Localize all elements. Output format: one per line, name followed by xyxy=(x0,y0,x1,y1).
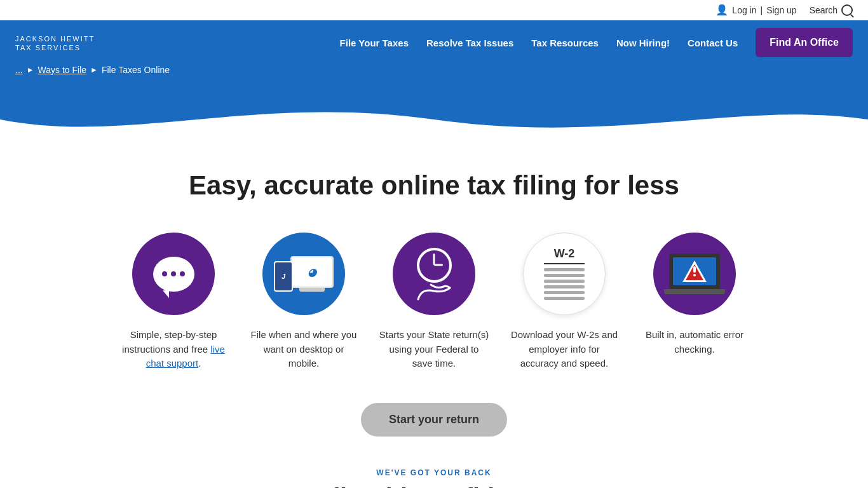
search-icon xyxy=(841,4,853,16)
feature-icon-clock xyxy=(393,233,475,315)
feature-text-time: Starts your State return(s) using your F… xyxy=(379,328,490,371)
person-icon: 👤 xyxy=(715,4,728,16)
feature-text-error: Built in, automatic error checking. xyxy=(639,328,750,356)
start-return-button[interactable]: Start your return xyxy=(361,403,507,437)
separator: | xyxy=(761,5,763,15)
auth-links: 👤 Log in | Sign up xyxy=(715,4,796,16)
feature-text-device: File when and where you want on desktop … xyxy=(248,328,360,371)
breadcrumb: ... ► Ways to File ► File Taxes Online xyxy=(0,58,868,81)
main-nav: File Your Taxes Resolve Tax Issues Tax R… xyxy=(340,28,853,57)
feature-error-check: Built in, automatic error checking. xyxy=(639,233,750,356)
phone-logo: J xyxy=(281,273,285,280)
monitor-logo: ◕ xyxy=(308,266,316,278)
find-office-button[interactable]: Find An Office xyxy=(756,28,853,57)
breadcrumb-separator-1: ► xyxy=(27,65,34,74)
laptop-screen xyxy=(673,257,716,285)
nav-now-hiring[interactable]: Now Hiring! xyxy=(616,37,670,48)
search-trigger[interactable]: Search xyxy=(810,4,853,16)
breadcrumb-ways[interactable]: Ways to File xyxy=(38,65,87,75)
feature-icon-w2: W-2 xyxy=(523,233,606,315)
logo-name: Jackson Hewitt TAX SERVICES xyxy=(15,35,95,51)
nav-contact-us[interactable]: Contact Us xyxy=(688,37,738,48)
clock-icon xyxy=(417,248,452,283)
feature-w2: W-2 Download your W-2s and employer info… xyxy=(509,233,620,371)
dot-2 xyxy=(171,271,176,276)
laptop-top xyxy=(669,254,720,289)
feature-live-chat: Simple, step-by-step instructions and fr… xyxy=(118,233,229,371)
w2-label: W-2 xyxy=(544,247,585,264)
nav-file-taxes[interactable]: File Your Taxes xyxy=(340,37,409,48)
nav-tax-resources[interactable]: Tax Resources xyxy=(531,37,599,48)
breadcrumb-current: File Taxes Online xyxy=(102,65,170,75)
signup-link[interactable]: Sign up xyxy=(766,5,796,15)
main-content: Easy, accurate online tax filing for les… xyxy=(0,145,868,488)
live-chat-link[interactable]: live chat support xyxy=(146,344,225,369)
feature-text-w2: Download your W-2s and employer info for… xyxy=(509,328,620,371)
breadcrumb-separator-2: ► xyxy=(90,65,98,74)
breadcrumb-home[interactable]: ... xyxy=(15,65,23,75)
nav-resolve-issues[interactable]: Resolve Tax Issues xyxy=(426,37,513,48)
feature-text-chat: Simple, step-by-step instructions and fr… xyxy=(118,328,229,371)
feature-icon-chat xyxy=(132,233,215,315)
section-eyebrow: WE'VE GOT YOUR BACK xyxy=(13,468,855,477)
page-heading: Easy, accurate online tax filing for les… xyxy=(13,170,855,201)
wave-decoration xyxy=(0,94,868,145)
confidence-section: WE'VE GOT YOUR BACK File with confidence xyxy=(13,468,855,489)
search-label: Search xyxy=(810,5,837,15)
login-link[interactable]: Log in xyxy=(732,5,756,15)
logo[interactable]: Jackson Hewitt TAX SERVICES xyxy=(15,34,95,51)
top-bar: 👤 Log in | Sign up Search xyxy=(0,0,868,20)
hand-svg xyxy=(415,281,453,301)
alert-triangle-icon xyxy=(682,261,707,282)
features-row: Simple, step-by-step instructions and fr… xyxy=(13,233,855,371)
chat-bubble-icon xyxy=(153,257,194,292)
feature-icon-alert xyxy=(653,233,736,315)
feature-icon-device: J ◕ xyxy=(262,233,345,315)
section-heading: File with confidence xyxy=(13,484,855,489)
laptop-base xyxy=(664,289,725,294)
feature-time: Starts your State return(s) using your F… xyxy=(379,233,490,371)
dot-3 xyxy=(180,271,185,276)
feature-device: J ◕ File when and where you want on desk… xyxy=(248,233,360,371)
w2-document-icon: W-2 xyxy=(539,242,590,306)
dot-1 xyxy=(162,271,167,276)
w2-lines xyxy=(544,268,585,302)
